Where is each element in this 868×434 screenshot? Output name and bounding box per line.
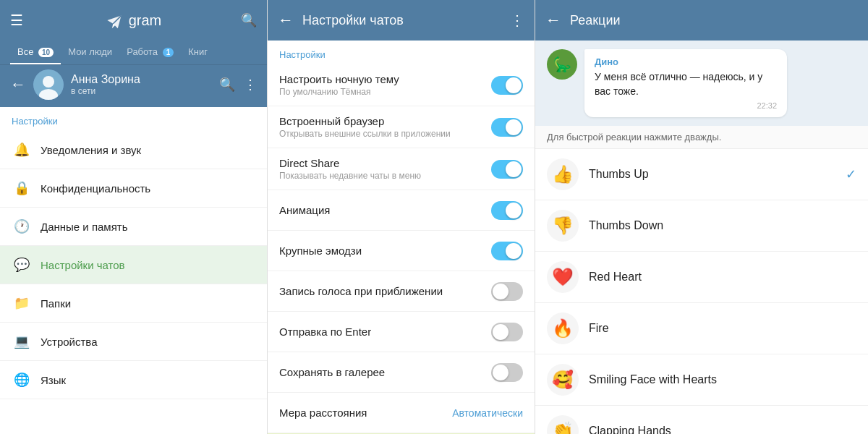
toggle-direct-share[interactable]: Direct Share Показывать недавние чаты в … [268, 148, 535, 190]
toggle-browser[interactable]: Встроенный браузер Открывать внешние ссы… [268, 106, 535, 148]
settings-label-folders: Папки [41, 297, 255, 310]
panel-reactions: ← Реакции 🦕 Дино У меня всё отлично — на… [535, 0, 868, 434]
chat-name: Анна Зорина [71, 73, 140, 86]
reaction-red-heart[interactable]: ❤️ Red Heart [535, 252, 868, 303]
chat-settings-section-label: Настройки [268, 41, 535, 64]
chat-settings-more-icon[interactable]: ⋮ [510, 12, 524, 29]
main-search-icon[interactable]: 🔍 [241, 12, 257, 28]
direct-share-sublabel: Показывать недавние чаты в меню [279, 171, 491, 181]
message-avatar: 🦕 [547, 49, 577, 80]
settings-label-language: Язык [41, 374, 255, 386]
laptop-icon: 💻 [12, 331, 32, 352]
toggle-animation[interactable]: Анимация [268, 190, 535, 231]
animation-label: Анимация [279, 204, 491, 216]
large-emoji-label: Крупные эмодзи [279, 244, 491, 257]
globe-icon: 🌐 [12, 370, 32, 390]
search-chat-icon[interactable]: 🔍 [219, 77, 235, 93]
smiling-hearts-label: Smiling Face with Hearts [589, 373, 856, 386]
browser-sublabel: Открывать внешние ссылки в приложении [279, 129, 491, 139]
toggle-voice-proximity[interactable]: Запись голоса при приближении [268, 271, 535, 312]
night-theme-label: Настроить ночную тему [279, 73, 491, 85]
back-button[interactable]: ← [10, 75, 26, 94]
clapping-emoji: 👏 [547, 415, 579, 434]
quick-reaction-hint: Для быстрой реакции нажмите дважды. [535, 126, 868, 149]
chat-settings-header: ← Настройки чатов ⋮ [268, 0, 535, 41]
clock-icon: 🕐 [12, 216, 32, 237]
message-sender: Дино [595, 56, 777, 67]
telegram-logo-icon [103, 9, 126, 32]
settings-item-language[interactable]: 🌐 Язык [0, 361, 267, 399]
voice-proximity-label: Запись голоса при приближении [279, 285, 491, 297]
hamburger-icon[interactable]: ☰ [10, 12, 23, 29]
save-gallery-toggle[interactable] [491, 363, 523, 382]
more-chat-icon[interactable]: ⋮ [244, 77, 257, 93]
settings-item-devices[interactable]: 💻 Устройства [0, 323, 267, 361]
night-theme-toggle[interactable] [491, 76, 523, 95]
toggle-save-gallery[interactable]: Сохранять в галерее [268, 352, 535, 393]
send-enter-toggle[interactable] [491, 323, 523, 341]
message-preview: 🦕 Дино У меня всё отлично — надеюсь, и у… [535, 41, 868, 126]
bell-icon: 🔔 [12, 140, 32, 160]
settings-section-label: Настройки [0, 107, 267, 131]
direct-share-toggle[interactable] [491, 160, 523, 179]
save-gallery-label: Сохранять в галерее [279, 366, 491, 378]
message-text: У меня всё отлично — надеюсь, и у вас то… [595, 70, 777, 98]
chat-subheader: ← Анна Зорина в сети 🔍 ⋮ [0, 65, 267, 107]
toggle-send-enter[interactable]: Отправка по Enter [268, 312, 535, 352]
reactions-list: 👍 Thumbs Up ✓ 👎 Thumbs Down ❤️ Red Heart… [535, 149, 868, 434]
send-enter-label: Отправка по Enter [279, 326, 491, 338]
settings-item-notifications[interactable]: 🔔 Уведомления и звук [0, 131, 267, 169]
settings-item-data[interactable]: 🕐 Данные и память [0, 208, 267, 246]
large-emoji-toggle[interactable] [491, 242, 523, 260]
thumbs-up-emoji: 👍 [547, 158, 579, 190]
reactions-header: ← Реакции [535, 0, 868, 41]
browser-toggle[interactable] [491, 118, 523, 137]
red-heart-emoji: ❤️ [547, 261, 579, 293]
thumbs-down-emoji: 👎 [547, 210, 579, 242]
fire-label: Fire [589, 322, 856, 335]
chat-info: Анна Зорина в сети [71, 73, 140, 96]
tab-my-people[interactable]: Мои люди [61, 41, 119, 64]
logo-text: gram [129, 12, 162, 29]
reactions-title: Реакции [570, 13, 621, 28]
panel-chat-settings: ← Настройки чатов ⋮ Настройки Настроить … [268, 0, 535, 434]
reaction-fire[interactable]: 🔥 Fire [535, 303, 868, 354]
reaction-smiling-hearts[interactable]: 🥰 Smiling Face with Hearts [535, 354, 868, 406]
red-heart-label: Red Heart [589, 271, 856, 284]
direct-share-label: Direct Share [279, 157, 491, 169]
reaction-clapping[interactable]: 👏 Clapping Hands [535, 406, 868, 434]
tab-work-badge: 1 [163, 48, 174, 57]
distance-value: Автоматически [452, 407, 523, 419]
chat-status: в сети [71, 86, 140, 96]
tab-all-badge: 10 [38, 48, 54, 57]
toggle-list: Настроить ночную тему По умолчанию Тёмна… [268, 64, 535, 434]
voice-proximity-toggle[interactable] [491, 282, 523, 301]
tabs-bar: Все 10 Мои люди Работа 1 Книг [0, 41, 267, 65]
animation-toggle[interactable] [491, 201, 523, 220]
settings-label-privacy: Конфиденциальность [41, 182, 255, 195]
night-theme-sublabel: По умолчанию Тёмная [279, 87, 491, 97]
reaction-thumbs-down[interactable]: 👎 Thumbs Down [535, 200, 868, 252]
svg-point-3 [43, 76, 54, 88]
smiling-hearts-emoji: 🥰 [547, 364, 579, 396]
reaction-thumbs-up[interactable]: 👍 Thumbs Up ✓ [535, 149, 868, 200]
settings-item-privacy[interactable]: 🔒 Конфиденциальность [0, 169, 267, 208]
logo-area: gram [103, 9, 162, 32]
toggle-distance[interactable]: Мера расстояния Автоматически [268, 393, 535, 433]
chat-settings-back-button[interactable]: ← [278, 11, 294, 30]
toggle-large-emoji[interactable]: Крупные эмодзи [268, 231, 535, 271]
reactions-back-button[interactable]: ← [545, 11, 561, 30]
distance-label: Мера расстояния [279, 407, 452, 419]
tab-all[interactable]: Все 10 [10, 41, 61, 64]
settings-list: Настройки 🔔 Уведомления и звук 🔒 Конфиде… [0, 107, 267, 434]
clapping-label: Clapping Hands [589, 425, 856, 434]
tab-work[interactable]: Работа 1 [119, 41, 181, 64]
chat-settings-title: Настройки чатов [302, 13, 510, 28]
settings-item-chat[interactable]: 💬 Настройки чатов [0, 246, 267, 284]
toggle-night-theme[interactable]: Настроить ночную тему По умолчанию Тёмна… [268, 64, 535, 106]
settings-item-folders[interactable]: 📁 Папки [0, 284, 267, 323]
fire-emoji: 🔥 [547, 312, 579, 344]
browser-label: Встроенный браузер [279, 115, 491, 127]
settings-label-chat: Настройки чатов [41, 259, 255, 271]
tab-books[interactable]: Книг [181, 41, 215, 64]
